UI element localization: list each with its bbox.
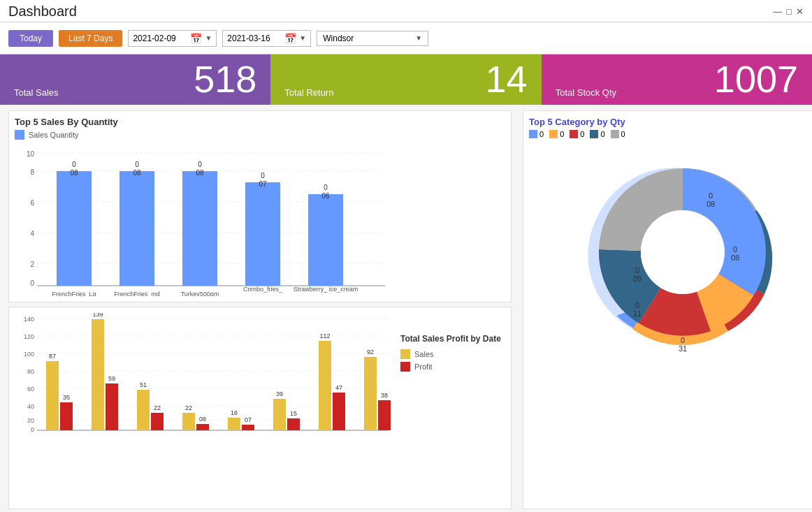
svg-text:2021-03-10: 2021-03-10	[224, 434, 253, 435]
svg-text:38: 38	[381, 392, 388, 399]
minimize-btn[interactable]: —	[773, 6, 782, 17]
legend-3-value: 0	[580, 130, 584, 138]
svg-text:120: 120	[24, 333, 34, 340]
start-date-calendar-icon[interactable]: 📅	[190, 33, 202, 44]
svg-text:16: 16	[231, 409, 238, 416]
profit-legend-sales: Sales	[400, 349, 505, 359]
svg-text:8: 8	[30, 168, 34, 176]
legend-4-value: 0	[600, 130, 604, 138]
svg-text:22: 22	[185, 404, 192, 411]
svg-text:0: 0	[635, 266, 639, 275]
svg-rect-80	[333, 393, 345, 430]
svg-text:07: 07	[245, 416, 252, 423]
kpi-sales: Total Sales 518	[0, 54, 270, 105]
start-date-field[interactable]	[133, 34, 187, 43]
legend-1-value: 0	[539, 130, 544, 138]
kpi-returns-value: 14	[486, 60, 528, 98]
profit-chart-legend: Total Sales Profit by Date Sales Profit	[400, 313, 505, 372]
svg-text:0: 0	[261, 172, 265, 180]
svg-rect-20	[182, 171, 217, 286]
start-date-input[interactable]: 📅 ▼	[128, 30, 217, 47]
svg-rect-48	[46, 361, 59, 430]
svg-text:35: 35	[63, 394, 70, 401]
svg-rect-50	[60, 402, 73, 430]
legend-item-4: 0	[590, 130, 604, 138]
kpi-stock-value: 1007	[714, 60, 798, 98]
svg-rect-16	[119, 171, 154, 286]
svg-text:0: 0	[324, 184, 328, 191]
svg-rect-85	[378, 400, 391, 430]
location-value: Windsor	[323, 34, 412, 43]
svg-text:08: 08	[133, 169, 141, 177]
svg-point-88	[641, 210, 725, 294]
svg-text:0: 0	[681, 336, 685, 344]
close-btn[interactable]: ✕	[796, 6, 804, 17]
svg-text:87: 87	[49, 353, 56, 360]
legend-item-2: 0	[549, 130, 564, 138]
category-legend-row: 0 0 0 0 0	[529, 130, 812, 138]
profit-chart-section: 140 120 100 80 60 40 20 0	[8, 307, 512, 509]
svg-text:FrenchFries_md: FrenchFries_md	[114, 291, 160, 296]
maximize-btn[interactable]: □	[786, 6, 792, 17]
start-date-dropdown-icon[interactable]: ▼	[205, 34, 212, 42]
svg-rect-58	[137, 390, 150, 430]
location-dropdown[interactable]: Windsor ▼	[317, 31, 428, 46]
svg-text:08: 08	[731, 254, 739, 262]
svg-text:60: 60	[27, 386, 34, 393]
svg-text:92: 92	[367, 349, 374, 356]
svg-text:FrenchFries_Lg: FrenchFries_Lg	[52, 291, 96, 296]
svg-text:0: 0	[198, 161, 202, 168]
svg-text:0: 0	[72, 161, 76, 168]
svg-rect-78	[319, 341, 331, 430]
kpi-returns-label: Total Return	[284, 87, 333, 98]
svg-text:39: 39	[276, 390, 283, 397]
profit-legend-sales-label: Sales	[414, 350, 434, 358]
end-date-input[interactable]: 📅 ▼	[222, 30, 311, 47]
end-date-field[interactable]	[227, 34, 282, 43]
legend-2-value: 0	[560, 130, 564, 138]
profit-chart-svg: 140 120 100 80 60 40 20 0	[15, 313, 392, 435]
sales-legend-color	[15, 130, 24, 140]
top5-sales-title: Top 5 Sales By Quantity	[15, 117, 505, 127]
svg-rect-70	[242, 425, 254, 430]
profit-chart-title: Total Sales Profit by Date	[400, 334, 505, 344]
svg-rect-28	[308, 194, 343, 286]
sales-bar-chart-svg: 10 8 6 4 2 0 0 08 FrenchFries_Lg	[15, 142, 385, 296]
svg-text:22: 22	[154, 404, 161, 411]
svg-text:0: 0	[635, 301, 639, 309]
svg-text:10: 10	[27, 150, 35, 158]
sales-legend-label: Sales Quantity	[29, 131, 79, 139]
svg-rect-68	[228, 418, 240, 430]
svg-rect-12	[57, 171, 92, 286]
svg-text:0: 0	[30, 279, 34, 287]
last7-button[interactable]: Last 7 Days	[59, 30, 122, 47]
location-dropdown-icon[interactable]: ▼	[415, 34, 422, 42]
today-button[interactable]: Today	[8, 30, 53, 47]
profit-chart-area: 140 120 100 80 60 40 20 0	[15, 313, 392, 435]
svg-rect-60	[151, 413, 164, 430]
profit-legend-profit: Profit	[400, 362, 505, 372]
end-date-dropdown-icon[interactable]: ▼	[299, 34, 306, 42]
svg-text:2021-03-03: 2021-03-03	[88, 434, 117, 435]
donut-chart-svg: 0 31 0 11 0 09 0 08 0 08	[529, 144, 812, 360]
profit-legend-profit-label: Profit	[414, 363, 433, 371]
svg-text:112: 112	[319, 332, 330, 339]
svg-rect-75	[287, 418, 300, 430]
svg-text:140: 140	[24, 316, 34, 323]
right-panel: Top 5 Category by Qty 0 0 0 0	[517, 105, 812, 512]
svg-text:15: 15	[290, 410, 297, 417]
svg-text:51: 51	[140, 381, 147, 388]
svg-rect-65	[196, 424, 209, 430]
svg-text:08: 08	[199, 416, 206, 423]
svg-rect-73	[273, 399, 286, 430]
svg-text:139: 139	[92, 313, 103, 318]
title-bar: Dashboard — □ ✕	[0, 0, 812, 22]
svg-text:40: 40	[27, 403, 34, 410]
kpi-stock-label: Total Stock Qty	[556, 87, 616, 98]
svg-text:08: 08	[70, 169, 78, 177]
svg-text:2021-03-12: 2021-03-12	[315, 434, 344, 435]
svg-rect-53	[92, 319, 104, 430]
svg-text:4: 4	[30, 230, 34, 237]
svg-rect-55	[106, 383, 118, 430]
end-date-calendar-icon[interactable]: 📅	[284, 33, 296, 44]
